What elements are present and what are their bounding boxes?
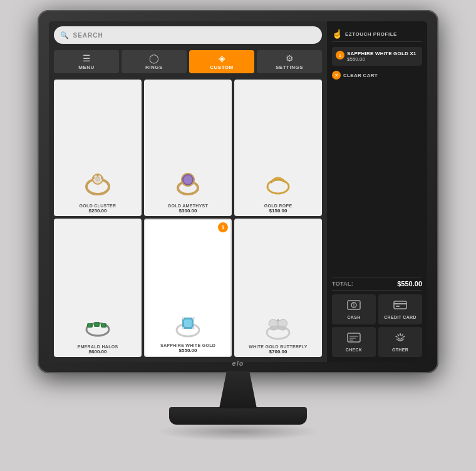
touch-icon: ☝ <box>332 29 343 39</box>
nav-item-rings[interactable]: ◯ RINGS <box>122 50 187 73</box>
product-sapphire-white-gold[interactable]: 1 SAPPHIRE WH <box>144 219 232 358</box>
svg-point-3 <box>92 177 95 179</box>
credit-card-icon <box>393 299 407 313</box>
total-row: TOTAL: $550.00 <box>332 277 422 291</box>
butterfly-image <box>259 309 297 343</box>
cart-badge: 1 <box>218 222 228 232</box>
menu-icon: ☰ <box>83 53 91 63</box>
monitor-stand <box>219 371 257 408</box>
product-gold-amethyst[interactable]: GOLD AMETHYST $300.00 <box>144 80 232 216</box>
custom-icon: ◈ <box>219 53 225 63</box>
right-panel: ☝ EZTOUCH PROFILE 1 SAPPHIRE WHITE GOLD … <box>327 21 427 362</box>
clear-icon: ✕ <box>332 71 341 80</box>
search-bar[interactable]: 🔍 SEARCH <box>54 26 322 44</box>
total-label: TOTAL: <box>332 281 353 287</box>
clear-cart-button[interactable]: ✕ CLEAR CART <box>332 70 422 81</box>
butterfly-name: WHITE GOLD BUTTERFLY <box>249 344 308 349</box>
monitor-screen: 🔍 SEARCH ☰ MENU ◯ RINGS ◈ CUSTOM <box>49 21 427 362</box>
search-input[interactable]: SEARCH <box>73 32 103 39</box>
svg-point-24 <box>192 327 195 329</box>
svg-point-2 <box>95 177 100 182</box>
settings-icon: ⚙ <box>286 53 294 63</box>
nav-label-settings: SETTINGS <box>276 65 303 70</box>
credit-card-button[interactable]: CREDIT CARD <box>378 294 422 324</box>
products-grid: GOLD CLUSTER $250.00 GOLD AMETHYST <box>54 80 322 357</box>
left-panel: 🔍 SEARCH ☰ MENU ◯ RINGS ◈ CUSTOM <box>49 21 327 362</box>
sapphire-white-gold-image <box>169 308 207 342</box>
emerald-halos-price: $600.00 <box>89 349 107 355</box>
monitor-body: 🔍 SEARCH ☰ MENU ◯ RINGS ◈ CUSTOM <box>38 10 438 373</box>
sapphire-name: SAPPHIRE WHITE GOLD <box>160 343 215 348</box>
gold-rope-name: GOLD ROPE <box>264 204 292 208</box>
cart-item: 1 SAPPHIRE WHITE GOLD X1 $550.00 <box>332 47 422 66</box>
svg-point-17 <box>101 323 105 327</box>
product-gold-rope[interactable]: GOLD ROPE $150.00 <box>234 80 322 216</box>
item-number: 1 <box>336 51 344 60</box>
cash-label: CASH <box>347 315 360 319</box>
spacer <box>332 85 422 273</box>
product-white-gold-butterfly[interactable]: WHITE GOLD BUTTERFLY $700.00 <box>234 219 322 358</box>
cash-icon <box>347 299 361 313</box>
gold-amethyst-image <box>169 168 207 202</box>
svg-point-21 <box>182 317 184 319</box>
nav-label-rings: RINGS <box>145 65 163 70</box>
check-label: CHECK <box>346 348 362 352</box>
product-gold-cluster[interactable]: GOLD CLUSTER $250.00 <box>54 80 142 216</box>
svg-point-5 <box>96 174 99 177</box>
other-button[interactable]: OTHER <box>378 327 422 357</box>
gold-rope-price: $150.00 <box>269 208 287 214</box>
nav-item-settings[interactable]: ⚙ SETTINGS <box>257 50 322 73</box>
gold-cluster-image <box>79 168 116 202</box>
gold-rope-image <box>259 168 297 202</box>
payment-grid: CASH CREDIT CARD <box>332 294 422 357</box>
nav-label-menu: MENU <box>78 65 95 70</box>
nav-item-custom[interactable]: ◈ CUSTOM <box>189 50 254 73</box>
nav-item-menu[interactable]: ☰ MENU <box>54 50 119 73</box>
other-label: OTHER <box>392 348 408 352</box>
svg-rect-32 <box>396 306 400 307</box>
svg-point-23 <box>182 327 184 329</box>
search-icon: 🔍 <box>60 31 70 39</box>
svg-rect-30 <box>394 301 406 309</box>
product-emerald-halos[interactable]: EMERALD HALOS $600.00 <box>54 219 142 358</box>
gold-cluster-name: GOLD CLUSTER <box>80 204 116 208</box>
item-name: SAPPHIRE WHITE GOLD X1 <box>347 51 418 56</box>
check-icon <box>347 332 361 346</box>
rings-icon: ◯ <box>149 53 159 63</box>
monitor-shadow <box>157 422 319 441</box>
item-details: SAPPHIRE WHITE GOLD X1 $550.00 <box>347 51 418 62</box>
nav-label-custom: CUSTOM <box>210 65 234 70</box>
cash-button[interactable]: CASH <box>332 294 376 324</box>
svg-point-8 <box>184 175 192 184</box>
sapphire-price: $550.00 <box>179 348 197 353</box>
emerald-halos-image <box>79 309 116 343</box>
gold-amethyst-price: $300.00 <box>179 208 197 214</box>
svg-rect-33 <box>348 333 360 342</box>
check-button[interactable]: CHECK <box>332 327 376 357</box>
other-icon <box>393 332 407 346</box>
eztouch-header: ☝ EZTOUCH PROFILE <box>332 26 422 42</box>
total-amount: $550.00 <box>397 280 422 287</box>
elo-logo: elo <box>232 360 244 367</box>
eztouch-label: EZTOUCH PROFILE <box>345 31 397 37</box>
credit-card-label: CREDIT CARD <box>384 315 416 319</box>
svg-point-4 <box>101 177 103 179</box>
svg-point-16 <box>94 322 98 326</box>
emerald-halos-name: EMERALD HALOS <box>78 344 118 349</box>
nav-bar: ☰ MENU ◯ RINGS ◈ CUSTOM ⚙ SETTINGS <box>54 50 322 73</box>
svg-point-22 <box>192 317 195 319</box>
item-price: $550.00 <box>347 56 418 62</box>
butterfly-price: $700.00 <box>269 349 287 355</box>
svg-point-15 <box>88 323 91 327</box>
gold-amethyst-name: GOLD AMETHYST <box>168 204 208 208</box>
clear-label: CLEAR CART <box>343 73 378 78</box>
gold-cluster-price: $250.00 <box>89 208 107 214</box>
monitor-wrapper: 🔍 SEARCH ☰ MENU ◯ RINGS ◈ CUSTOM <box>25 10 451 461</box>
svg-rect-20 <box>184 319 192 327</box>
